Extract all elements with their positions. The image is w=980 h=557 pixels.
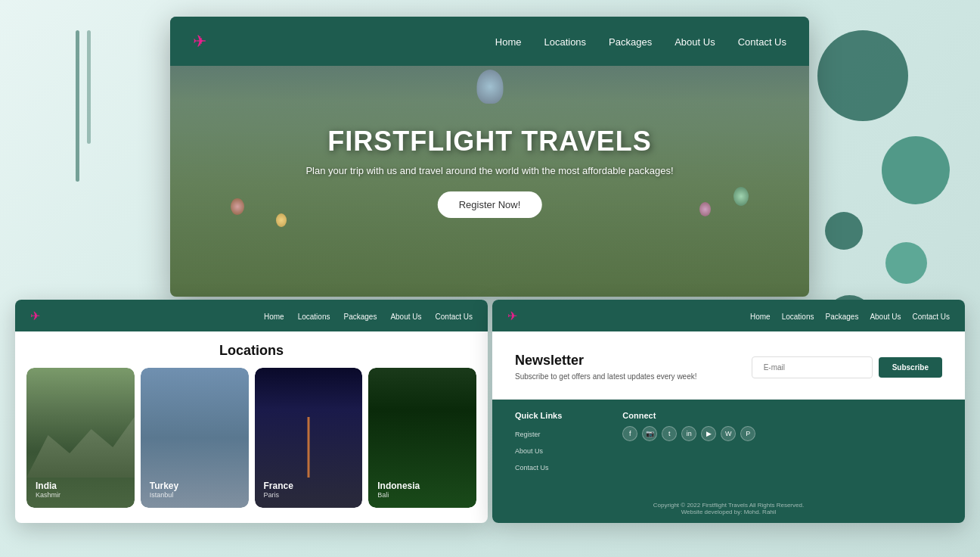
hero-subtitle: Plan your trip with us and travel around… — [202, 165, 777, 176]
quick-link-contact[interactable]: Contact Us — [515, 464, 549, 471]
footer-bottom: Quick Links Register About Us Contact Us… — [492, 400, 965, 523]
footer-nav-links: Home Locations Packages About Us Contact… — [750, 309, 950, 322]
quick-links-heading: Quick Links — [515, 411, 562, 420]
loc-nav-home[interactable]: Home — [264, 313, 284, 321]
subscribe-button[interactable]: Subscribe — [879, 357, 942, 378]
loc-nav-packages[interactable]: Packages — [343, 313, 377, 321]
quick-link-register[interactable]: Register — [515, 431, 541, 438]
footer-nav-locations[interactable]: Locations — [782, 313, 814, 321]
hero-nav-contact[interactable]: Contact Us — [738, 36, 786, 48]
footer-logo-icon: ✈ — [507, 309, 517, 323]
register-now-button[interactable]: Register Now! — [438, 191, 542, 218]
loc-nav-locations[interactable]: Locations — [298, 313, 330, 321]
indonesia-city: Bali — [377, 491, 420, 499]
newsletter-description: Subscribe to get offers and latest updat… — [515, 372, 697, 382]
footer-nav-contact[interactable]: Contact Us — [913, 313, 950, 321]
email-input[interactable] — [752, 356, 873, 378]
hero-nav-links: Home Locations Packages About Us Contact… — [495, 35, 786, 48]
quick-links-col: Quick Links Register About Us Contact Us — [515, 411, 562, 490]
turkey-label: Turkey Istanbul — [150, 481, 178, 499]
locations-section-title: Locations — [26, 343, 476, 359]
france-country: France — [264, 481, 293, 491]
newsletter-section: Newsletter Subscribe to get offers and l… — [492, 331, 965, 400]
hero-nav-packages[interactable]: Packages — [609, 36, 652, 48]
footer-nav-about[interactable]: About Us — [870, 313, 901, 321]
developer-text: Website developed by: Mohd. Rahil — [492, 509, 965, 515]
france-label: France Paris — [264, 481, 293, 499]
turkey-country: Turkey — [150, 481, 178, 491]
pinterest-icon[interactable]: P — [740, 426, 755, 441]
balloon-main — [476, 70, 503, 104]
location-card-france[interactable]: France Paris — [255, 368, 363, 508]
eiffel-tower — [307, 417, 309, 478]
india-mountain — [26, 417, 135, 478]
bg-circle-3 — [825, 212, 863, 250]
bg-line-2 — [87, 30, 91, 144]
turkey-city: Istanbul — [150, 491, 178, 499]
hero-nav-home[interactable]: Home — [495, 36, 522, 48]
indonesia-country: Indonesia — [377, 481, 420, 491]
copyright-text: Copyright © 2022 Firstflight Travels All… — [492, 502, 965, 509]
bg-line-1 — [76, 30, 79, 182]
facebook-icon[interactable]: f — [622, 426, 637, 441]
footer-links-row: Quick Links Register About Us Contact Us… — [492, 400, 965, 502]
locations-grid: India Kashmir Turkey Istanbul France — [26, 368, 476, 508]
locations-body: Locations India Kashmir Turkey Istanbul — [15, 331, 488, 515]
twitter-icon[interactable]: t — [662, 426, 677, 441]
location-card-indonesia[interactable]: Indonesia Bali — [368, 368, 476, 508]
newsletter-title: Newsletter — [515, 353, 697, 369]
india-label: India Kashmir — [36, 481, 60, 499]
instagram-icon[interactable]: 📷 — [642, 426, 657, 441]
india-city: Kashmir — [36, 491, 60, 499]
bg-circle-4 — [885, 242, 927, 284]
quick-link-about[interactable]: About Us — [515, 447, 543, 455]
footer-nav-home[interactable]: Home — [750, 313, 771, 321]
indonesia-label: Indonesia Bali — [377, 481, 420, 499]
newsletter-form: Subscribe — [752, 356, 942, 378]
france-city: Paris — [264, 491, 293, 499]
hero-window: ✈ Home Locations Packages About Us Conta… — [170, 17, 809, 297]
hero-nav-about[interactable]: About Us — [675, 36, 715, 48]
loc-nav-about[interactable]: About Us — [390, 313, 421, 321]
social-icons: f 📷 t in ▶ W P — [622, 426, 755, 441]
india-country: India — [36, 481, 60, 491]
location-card-turkey[interactable]: Turkey Istanbul — [141, 368, 249, 508]
newsletter-text: Newsletter Subscribe to get offers and l… — [515, 353, 697, 382]
locations-nav-links: Home Locations Packages About Us Contact… — [264, 309, 473, 322]
quick-links-list: Register About Us Contact Us — [515, 426, 562, 473]
location-card-india[interactable]: India Kashmir — [26, 368, 135, 508]
footer-navbar: ✈ Home Locations Packages About Us Conta… — [492, 300, 965, 331]
hero-logo-icon: ✈ — [193, 32, 206, 51]
footer-copyright: Copyright © 2022 Firstflight Travels All… — [492, 502, 965, 523]
hero-nav-locations[interactable]: Locations — [544, 36, 586, 48]
wordpress-icon[interactable]: W — [721, 426, 736, 441]
loc-nav-contact[interactable]: Contact Us — [436, 313, 473, 321]
locations-window: ✈ Home Locations Packages About Us Conta… — [15, 300, 488, 523]
connect-heading: Connect — [622, 411, 755, 420]
locations-logo-icon: ✈ — [30, 309, 40, 323]
youtube-icon[interactable]: ▶ — [701, 426, 716, 441]
hero-title: FIRSTFLIGHT TRAVELS — [202, 126, 777, 157]
bg-circle-1 — [817, 30, 908, 121]
hero-navbar: ✈ Home Locations Packages About Us Conta… — [170, 17, 809, 66]
connect-col: Connect f 📷 t in ▶ W P — [622, 411, 755, 490]
hero-content: FIRSTFLIGHT TRAVELS Plan your trip with … — [202, 126, 777, 218]
locations-navbar: ✈ Home Locations Packages About Us Conta… — [15, 300, 488, 331]
linkedin-icon[interactable]: in — [681, 426, 696, 441]
footer-nav-packages[interactable]: Packages — [825, 313, 858, 321]
footer-window: ✈ Home Locations Packages About Us Conta… — [492, 300, 965, 523]
bg-circle-2 — [882, 136, 950, 204]
